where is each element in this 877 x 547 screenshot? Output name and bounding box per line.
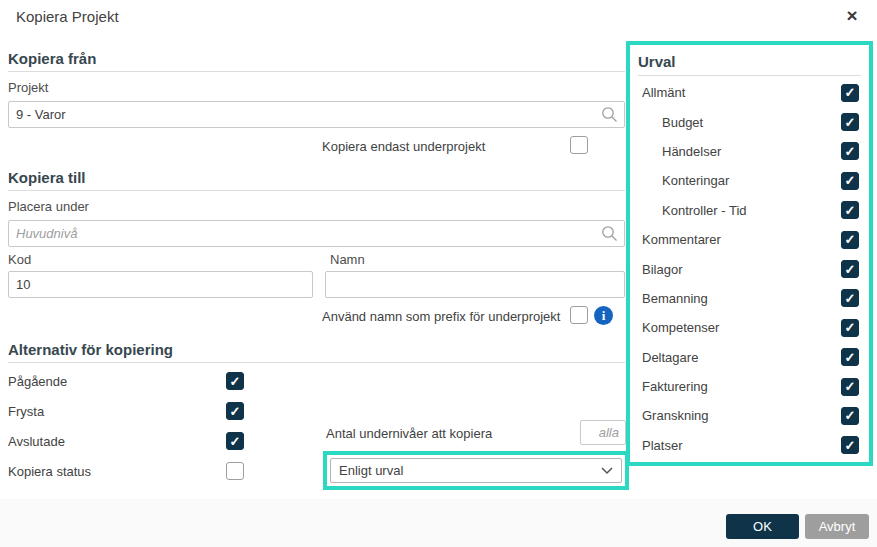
selection-row: Deltagare [634, 343, 865, 372]
only-subprojects-label: Kopiera endast underprojekt [322, 139, 485, 154]
divider [638, 75, 861, 76]
prefix-checkbox[interactable] [570, 306, 588, 324]
section-copy-options: Alternativ för kopiering [8, 341, 173, 358]
selection-list: AllmäntBudgetHändelserKonteringarKontrol… [634, 78, 865, 460]
selection-panel: Urval AllmäntBudgetHändelserKonteringarK… [626, 41, 873, 466]
selection-checkbox[interactable] [841, 407, 859, 425]
selection-checkbox[interactable] [841, 84, 859, 102]
place-under-input[interactable] [8, 220, 625, 247]
selection-label: Kommentarer [642, 232, 721, 247]
chevron-down-icon [601, 467, 613, 475]
selection-row: Bemanning [634, 284, 865, 313]
selection-label: Fakturering [642, 379, 708, 394]
selection-row: Kommentarer [634, 225, 865, 254]
status-row: Avslutade [8, 426, 244, 456]
selection-checkbox[interactable] [841, 142, 859, 160]
status-row: Frysta [8, 396, 244, 426]
copy-project-dialog: Kopiera Projekt × Kopiera från Projekt K… [0, 0, 877, 547]
selection-row: Kompetenser [634, 313, 865, 342]
selection-checkbox[interactable] [841, 378, 859, 396]
selection-row: Kontroller - Tid [634, 196, 865, 225]
selection-header: Urval [638, 53, 861, 70]
selection-label: Kontroller - Tid [662, 203, 747, 218]
only-subprojects-checkbox[interactable] [570, 136, 588, 154]
status-label: Frysta [8, 404, 44, 419]
copy-mode-select[interactable]: Enligt urval [330, 458, 622, 483]
divider [8, 362, 625, 363]
selection-checkbox[interactable] [841, 319, 859, 337]
selection-label: Allmänt [642, 85, 685, 100]
project-input[interactable] [8, 101, 625, 128]
status-checkbox[interactable] [226, 402, 244, 420]
selection-row: Budget [634, 107, 865, 136]
dialog-title: Kopiera Projekt [16, 8, 119, 25]
selection-checkbox[interactable] [841, 289, 859, 307]
code-label: Kod [8, 252, 31, 267]
close-icon[interactable]: × [840, 4, 864, 28]
info-icon[interactable]: i [594, 306, 613, 325]
selection-row: Fakturering [634, 372, 865, 401]
selection-label: Konteringar [662, 173, 729, 188]
prefix-label: Använd namn som prefix för underprojekt [322, 309, 560, 324]
copy-mode-value: Enligt urval [339, 463, 403, 478]
levels-label: Antal undernivåer att kopiera [326, 426, 492, 441]
selection-label: Budget [662, 115, 703, 130]
selection-checkbox[interactable] [841, 172, 859, 190]
selection-label: Bilagor [642, 262, 682, 277]
name-label: Namn [330, 252, 365, 267]
selection-checkbox[interactable] [841, 436, 859, 454]
status-label: Kopiera status [8, 464, 91, 479]
copy-mode-highlight: Enligt urval [323, 451, 629, 490]
project-label: Projekt [8, 80, 48, 95]
status-list: PågåendeFrystaAvslutadeKopiera status [8, 366, 244, 486]
status-label: Avslutade [8, 434, 65, 449]
code-input[interactable] [8, 271, 313, 298]
divider [8, 190, 625, 191]
status-row: Pågående [8, 366, 244, 396]
section-copy-to: Kopiera till [8, 169, 86, 186]
search-icon[interactable] [601, 225, 618, 242]
search-icon[interactable] [601, 106, 618, 123]
selection-checkbox[interactable] [841, 260, 859, 278]
levels-input[interactable] [580, 420, 626, 445]
selection-label: Granskning [642, 408, 708, 423]
selection-row: Konteringar [634, 166, 865, 195]
selection-label: Bemanning [642, 291, 708, 306]
section-copy-from: Kopiera från [8, 50, 96, 67]
selection-checkbox[interactable] [841, 348, 859, 366]
name-input[interactable] [325, 271, 625, 298]
status-checkbox[interactable] [226, 462, 244, 480]
selection-row: Bilagor [634, 254, 865, 283]
selection-label: Platser [642, 438, 682, 453]
dialog-footer: OK Avbryt [0, 499, 877, 547]
selection-label: Händelser [662, 144, 721, 159]
selection-checkbox[interactable] [841, 231, 859, 249]
selection-row: Allmänt [634, 78, 865, 107]
status-label: Pågående [8, 374, 67, 389]
place-under-label: Placera under [8, 199, 89, 214]
divider [8, 71, 625, 72]
cancel-button[interactable]: Avbryt [805, 514, 869, 539]
status-checkbox[interactable] [226, 372, 244, 390]
selection-label: Kompetenser [642, 320, 719, 335]
selection-row: Händelser [634, 137, 865, 166]
selection-checkbox[interactable] [841, 201, 859, 219]
status-row: Kopiera status [8, 456, 244, 486]
selection-checkbox[interactable] [841, 113, 859, 131]
ok-button[interactable]: OK [726, 514, 799, 539]
status-checkbox[interactable] [226, 432, 244, 450]
selection-row: Granskning [634, 401, 865, 430]
selection-label: Deltagare [642, 350, 698, 365]
selection-row: Platser [634, 431, 865, 460]
